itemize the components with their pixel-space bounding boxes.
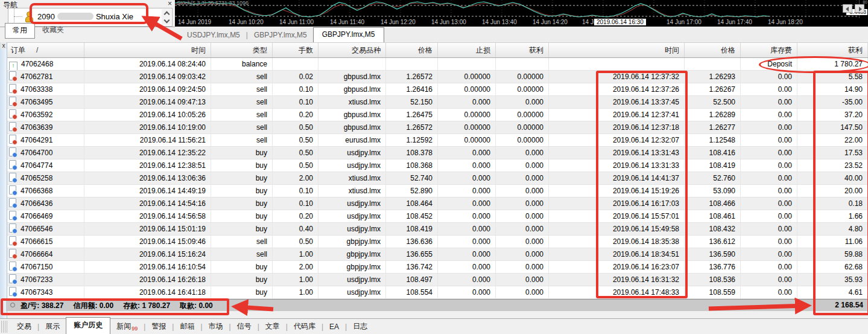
table-row[interactable]: 470633382019.06.14 09:24:50sell0.10gbpus… [7,83,868,96]
cell-close-price: 108.559 [685,286,741,298]
cell-close-price: 1.26293 [685,71,741,83]
summary-item: 存款: 1 780.27 [123,301,170,310]
table-row[interactable]: 470647742019.06.14 12:38:51buy0.50usdjpy… [7,159,868,172]
time-axis-label: 14 Jun 17:00 [667,19,702,25]
cell-open-time: 2019.06.14 09:03:42 [84,71,211,83]
cell-profit: 62.68 [797,261,868,273]
indicator-chart[interactable]: Stoch(5,3,3) 35.5731 33.1096 80 -3.4483 … [175,0,868,27]
table-row[interactable]: 470642912019.06.14 11:56:21sell0.50eurus… [7,134,868,147]
table-row[interactable]: 470666642019.06.14 15:16:24sell1.00gbpjp… [7,248,868,261]
cell-profit: 23.52 [797,159,868,172]
column-header-stop-loss[interactable]: 止损 [438,43,496,57]
tab-scroll-left-button[interactable] [843,4,852,13]
sell-dot-icon [12,76,17,82]
cell-symbol: usdjpy.lmx [318,223,386,235]
chart-tab-1[interactable]: USDJPY.lmx,M5 [181,28,246,42]
spinner-down-icon[interactable] [162,17,171,25]
table-row[interactable]: 470665462019.06.14 15:01:19buy0.40usdjpy… [7,223,868,236]
column-header-symbol[interactable]: 交易品种 [318,43,386,57]
table-row[interactable]: 470647002019.06.14 12:35:22buy0.50usdjpy… [7,147,868,159]
terminal-tab-10[interactable]: 代码库 [288,320,322,333]
table-row[interactable]: 470636392019.06.14 10:19:00sell0.50gbpus… [7,121,868,134]
order-number: 47063495 [21,98,52,106]
tab-scroll-right-button[interactable] [855,4,864,13]
summary-item: 盈/亏: 388.27 [21,301,63,310]
terminal-tab-label: 代码库 [294,322,315,330]
spinner-up-icon[interactable] [162,9,171,17]
chart-tab-3[interactable]: GBPJPY.lmx,M5 [313,27,384,42]
column-header-lots[interactable]: 手数 [273,43,318,57]
terminal-tab-4[interactable]: 新闻99 [110,320,144,333]
terminal-tab-label: 文章 [265,322,280,330]
column-header-open-time[interactable]: 时间 [84,43,211,57]
cell-lots: 0.02 [273,71,318,83]
table-row[interactable]: 470652582019.06.14 13:06:36buy2.00xtiusd… [7,172,868,185]
table-row[interactable]: 470634952019.06.14 09:47:13sell0.10xtius… [7,96,868,109]
column-header-type[interactable]: 类型 [211,43,273,57]
time-axis-label: 14 Jun 13:40 [482,19,517,25]
cell-order: 47064291 [7,134,84,146]
column-header-price[interactable]: 价格 [386,43,438,57]
terminal-tab-2[interactable]: 展示 [39,320,66,333]
cell-symbol: gbpjpy.lmx [318,236,386,248]
terminal-tab-12[interactable]: 日志 [347,320,373,333]
terminal-tab-8[interactable]: 信号 [231,320,258,333]
terminal-tab-11[interactable]: EA [323,321,345,333]
table-row[interactable]: ↑470624682019.06.14 08:24:40balanceDepos… [7,58,868,71]
cell-symbol: gbpusd.lmx [318,109,386,121]
summary-item: 取款: 0.00 [180,301,213,310]
navigator-tab-common[interactable]: 常用 [5,23,35,39]
table-row[interactable]: 470671502019.06.14 16:10:54buy2.00gbpjpy… [7,261,868,274]
column-header-close-time[interactable]: 时间 [549,43,685,57]
terminal-tab-1[interactable]: 交易 [11,320,37,333]
order-number: 47063338 [21,85,52,94]
navigator-tab-favorites[interactable]: 收藏夹 [35,23,71,39]
column-header-order[interactable]: 订单/ [7,43,84,57]
column-header-swap[interactable]: 库存费 [741,43,797,57]
cell-close-time: 2019.06.14 12:37:18 [549,121,685,133]
terminal-tab-label: 日志 [353,322,367,330]
dock-grip-icon[interactable] [1,321,8,333]
order-number: 47066469 [21,212,52,220]
terminal-tab-5[interactable]: 警报 [145,320,172,333]
cell-close-time: 2019.06.14 12:37:32 [549,71,685,83]
table-row[interactable]: 470664692019.06.14 14:56:58buy0.20usdjpy… [7,210,868,223]
cell-type: buy [211,159,273,172]
column-header-close-price[interactable]: 价格 [685,43,741,57]
cell-close-time: 2019.06.14 15:57:01 [549,210,685,222]
table-row[interactable]: 470672332019.06.14 16:26:18buy1.00usdjpy… [7,274,868,286]
cell-open-time: 2019.06.14 14:49:19 [84,185,211,197]
table-row[interactable]: 470635922019.06.14 10:05:26sell0.20gbpus… [7,109,868,121]
table-row[interactable]: 470673432019.06.14 16:41:18buy1.00usdjpy… [7,286,868,299]
cell-close-time: 2019.06.14 16:23:07 [549,261,685,273]
terminal-tab-3[interactable]: 账户历史 [66,317,110,334]
buy-dot-icon [12,178,17,183]
cell-order: 47066615 [7,236,84,248]
terminal-tab-7[interactable]: 市场 [203,320,229,333]
column-header-profit[interactable]: 获利 [797,43,868,57]
cell-profit: 0.18 [797,198,868,210]
cell-lots: 0.50 [273,236,318,248]
chart-tab-2[interactable]: GBPJPY.lmx,M5 [248,28,313,42]
table-row[interactable]: 470664362019.06.14 14:54:16buy0.10usdjpy… [7,198,868,210]
table-row[interactable]: 470663682019.06.14 14:49:19buy0.10xtiusd… [7,185,868,198]
cell-take-profit: 0.00000 [496,71,549,83]
cell-lots: 1.00 [273,286,318,298]
time-axis-highlight: 2019.06.14 16:30 [594,19,646,25]
table-row[interactable]: 470666152019.06.14 15:09:46sell0.50gbpjp… [7,236,868,248]
account-item[interactable]: 2090Shuxia Xie [37,12,133,21]
order-number: 47063639 [21,123,52,132]
cell-close-time: 2019.06.14 16:17:03 [549,198,685,210]
terminal-tab-9[interactable]: 文章 [259,320,286,333]
cell-stop-loss [438,58,496,70]
column-header-take-profit[interactable]: 获利 [496,43,549,57]
navigator-close-icon[interactable]: × [168,0,172,8]
cell-lots: 0.40 [273,223,318,235]
terminal-tab-label: 账户历史 [74,321,103,329]
terminal-close-icon[interactable]: x [1,42,7,49]
column-header-label: 价格 [418,46,432,54]
terminal-tab-6[interactable]: 邮箱 [174,320,200,333]
cell-order: 47067150 [7,261,84,273]
order-buy-icon [9,223,16,233]
table-row[interactable]: 470627812019.06.14 09:03:42sell0.02gbpus… [7,71,868,83]
